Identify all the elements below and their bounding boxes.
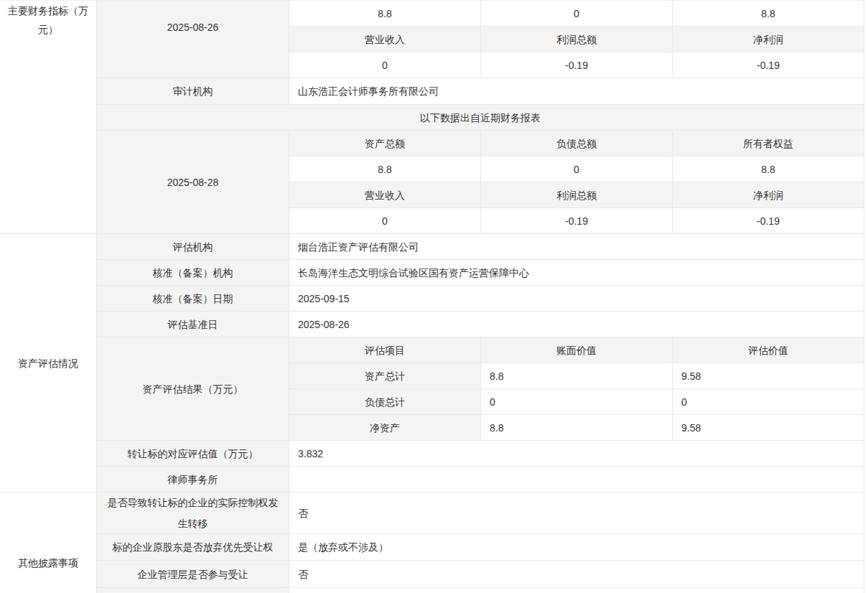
fin2-balance-value-1: 8.8 [289, 157, 481, 182]
eval-row-netassets-book: 8.8 [481, 415, 673, 441]
fin2-income-value-1: 0 [289, 208, 481, 234]
base-date-label: 评估基准日 [97, 312, 289, 337]
category-cell-other-disclosures: 其他披露事项 [0, 492, 97, 593]
fin2-balance-header-2: 负债总额 [481, 131, 673, 157]
audit-agency-value: 山东浩正会计师事务所有限公司 [289, 78, 864, 105]
eval-row-assets-assessed: 9.58 [673, 363, 864, 389]
fin1-income-value-2: -0.19 [481, 52, 673, 78]
base-date-value: 2025-08-26 [289, 312, 864, 337]
fin1-balance-value-1: 8.8 [289, 1, 481, 27]
eval-result-label: 资产评估结果（万元） [97, 337, 289, 441]
management-value: 否 [289, 561, 864, 588]
fin1-income-value-1: 0 [289, 52, 481, 78]
waive-right-label: 标的企业原股东是否放弃优先受让权 [97, 534, 289, 561]
eval-agency-label: 评估机构 [97, 234, 289, 260]
fin1-income-value-3: -0.19 [673, 52, 864, 78]
table-grid: 主要财务指标（万元） 资产评估情况 其他披露事项 2025-08-26 8.8 … [0, 0, 864, 593]
eval-row-liabilities-assessed: 0 [673, 389, 864, 415]
approval-org-label: 核准（备案）机构 [97, 260, 289, 286]
fin1-income-header-1: 营业收入 [289, 27, 481, 52]
audit-agency-label: 审计机构 [97, 78, 289, 105]
fin2-income-value-3: -0.19 [673, 208, 864, 234]
transfer-value-label: 转让标的对应评估值（万元） [97, 441, 289, 467]
eval-result-header-item: 评估项目 [289, 337, 481, 363]
control-transfer-label: 是否导致转让标的企业的实际控制权发生转移 [97, 492, 289, 534]
fin1-income-header-3: 净利润 [673, 27, 864, 52]
fin1-balance-value-3: 8.8 [673, 1, 864, 27]
fin1-balance-value-2: 0 [481, 1, 673, 27]
fin2-balance-header-1: 资产总额 [289, 131, 481, 157]
eval-result-header-book: 账面价值 [481, 337, 673, 363]
waive-right-value: 是（放弃或不涉及） [289, 534, 864, 561]
approval-date-value: 2025-09-15 [289, 286, 864, 312]
approval-org-value: 长岛海洋生态文明综合试验区国有资产运营保障中心 [289, 260, 864, 286]
approval-date-label: 核准（备案）日期 [97, 286, 289, 312]
eval-row-assets-item: 资产总计 [289, 363, 481, 389]
eval-row-netassets-assessed: 9.58 [673, 415, 864, 441]
fin2-income-header-3: 净利润 [673, 182, 864, 208]
control-transfer-value: 否 [289, 492, 864, 534]
law-firm-value [289, 467, 864, 492]
fin1-date-cell: 2025-08-26 [97, 1, 289, 78]
eval-agency-value: 烟台浩正资产评估有限公司 [289, 234, 864, 260]
partial-row-label-cell [97, 588, 289, 593]
fin2-date-cell: 2025-08-28 [97, 131, 289, 234]
law-firm-label: 律师事务所 [97, 467, 289, 492]
eval-row-liabilities-book: 0 [481, 389, 673, 415]
fin2-income-value-2: -0.19 [481, 208, 673, 234]
recent-report-note: 以下数据出自近期财务报表 [97, 105, 864, 131]
eval-row-netassets-item: 净资产 [289, 415, 481, 441]
eval-row-assets-book: 8.8 [481, 363, 673, 389]
transfer-value-value: 3.832 [289, 441, 864, 467]
fin2-income-header-1: 营业收入 [289, 182, 481, 208]
fin2-income-header-2: 利润总额 [481, 182, 673, 208]
fin2-balance-value-3: 8.8 [673, 157, 864, 182]
management-label: 企业管理层是否参与受让 [97, 561, 289, 588]
category-cell-asset-evaluation: 资产评估情况 [0, 234, 97, 492]
disclosure-table: 主要财务指标（万元） 资产评估情况 其他披露事项 2025-08-26 8.8 … [0, 0, 868, 593]
eval-row-liabilities-item: 负债总计 [289, 389, 481, 415]
partial-row-value-cell [289, 588, 864, 593]
fin2-balance-value-2: 0 [481, 157, 673, 182]
category-cell-financial-indicators: 主要财务指标（万元） [0, 1, 97, 234]
fin1-income-header-2: 利润总额 [481, 27, 673, 52]
fin2-balance-header-3: 所有者权益 [673, 131, 864, 157]
eval-result-header-assessed: 评估价值 [673, 337, 864, 363]
